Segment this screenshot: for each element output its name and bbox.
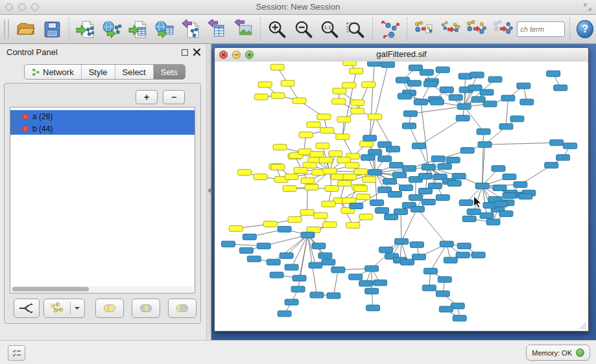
graph-node[interactable] <box>307 122 320 128</box>
search-input[interactable] <box>517 21 565 37</box>
graph-node[interactable] <box>283 186 296 192</box>
graph-node[interactable] <box>503 193 516 199</box>
graph-node[interactable] <box>354 186 368 192</box>
graph-node[interactable] <box>395 238 409 244</box>
graph-node[interactable] <box>365 266 379 271</box>
graph-node[interactable] <box>520 99 534 105</box>
graph-node[interactable] <box>254 174 267 180</box>
close-panel-icon[interactable] <box>193 48 201 56</box>
panel-splitter[interactable] <box>206 44 211 340</box>
graph-node[interactable] <box>368 170 382 176</box>
set-row-a[interactable]: a (26) <box>10 110 195 122</box>
graph-node[interactable] <box>323 168 337 174</box>
graph-node[interactable] <box>337 117 351 122</box>
graph-node[interactable] <box>423 81 437 87</box>
graph-node[interactable] <box>460 148 474 154</box>
graph-node[interactable] <box>323 222 337 227</box>
graph-node[interactable] <box>462 216 476 222</box>
graph-node[interactable] <box>354 169 368 175</box>
graph-edge[interactable] <box>506 98 508 127</box>
graph-node[interactable] <box>270 272 283 278</box>
graph-edge[interactable] <box>485 142 557 144</box>
graph-node[interactable] <box>309 262 322 268</box>
graph-node[interactable] <box>374 280 387 286</box>
graph-node[interactable] <box>327 293 340 299</box>
graph-node[interactable] <box>499 124 513 130</box>
first-neighbors-button[interactable] <box>463 16 489 42</box>
graph-node[interactable] <box>359 280 373 286</box>
graph-node[interactable] <box>564 143 577 149</box>
graph-node[interactable] <box>320 128 334 133</box>
graph-node[interactable] <box>316 143 329 149</box>
graph-node[interactable] <box>243 234 256 240</box>
graph-node[interactable] <box>449 95 462 100</box>
graph-node[interactable] <box>378 156 392 162</box>
graph-node[interactable] <box>439 306 453 312</box>
graph-node[interactable] <box>453 315 466 321</box>
graph-edge[interactable] <box>370 63 374 139</box>
graph-edge[interactable] <box>292 235 308 267</box>
graph-node[interactable] <box>254 94 268 100</box>
split-set-button[interactable] <box>14 299 40 318</box>
graph-node[interactable] <box>412 254 425 260</box>
graph-node[interactable] <box>514 182 527 188</box>
graph-node[interactable] <box>278 311 291 317</box>
graph-node[interactable] <box>519 194 532 199</box>
network-graph[interactable] <box>215 62 588 330</box>
graph-node[interactable] <box>412 143 425 149</box>
graph-node[interactable] <box>494 201 508 207</box>
graph-node[interactable] <box>456 115 470 121</box>
hide-unselected-button[interactable] <box>490 16 516 42</box>
tab-network[interactable]: Network <box>25 65 82 79</box>
graph-node[interactable] <box>319 157 333 163</box>
graph-node[interactable] <box>318 253 332 258</box>
graph-node[interactable] <box>422 285 436 291</box>
graph-node[interactable] <box>403 111 417 117</box>
graph-node[interactable] <box>402 123 416 129</box>
graph-node[interactable] <box>440 87 453 93</box>
graph-node[interactable] <box>322 201 335 207</box>
graph-node[interactable] <box>456 252 470 258</box>
graph-node[interactable] <box>402 166 416 172</box>
graph-node[interactable] <box>263 221 277 227</box>
graph-node[interactable] <box>381 62 395 67</box>
graph-node[interactable] <box>410 242 423 247</box>
graph-node[interactable] <box>467 209 481 214</box>
float-panel-icon[interactable] <box>182 49 188 56</box>
graph-edge[interactable] <box>418 209 447 244</box>
graph-node[interactable] <box>483 101 497 107</box>
graph-node[interactable] <box>360 141 374 147</box>
task-history-button[interactable] <box>8 345 25 361</box>
graph-node[interactable] <box>363 177 376 183</box>
graph-edge[interactable] <box>370 65 388 139</box>
graph-node[interactable] <box>554 85 567 91</box>
graph-node[interactable] <box>370 199 384 205</box>
tab-select[interactable]: Select <box>115 65 154 79</box>
graph-node[interactable] <box>310 292 324 298</box>
graph-node[interactable] <box>292 275 306 281</box>
graph-node[interactable] <box>475 183 489 189</box>
network-canvas[interactable] <box>215 62 588 330</box>
graph-edge[interactable] <box>419 118 463 146</box>
graph-node[interactable] <box>317 114 331 120</box>
graph-node[interactable] <box>436 67 449 73</box>
graph-node[interactable] <box>440 241 453 247</box>
graph-node[interactable] <box>471 252 485 258</box>
help-button[interactable]: ? <box>577 20 593 38</box>
graph-node[interactable] <box>258 82 272 87</box>
graph-node[interactable] <box>312 243 326 249</box>
graph-node[interactable] <box>357 194 370 200</box>
graph-node[interactable] <box>423 268 437 274</box>
zoom-selected-button[interactable] <box>343 16 369 42</box>
graph-node[interactable] <box>336 134 350 140</box>
clone-network-button[interactable] <box>437 16 463 42</box>
expand-triangle-icon[interactable] <box>14 126 18 131</box>
graph-node[interactable] <box>237 170 251 176</box>
graph-node[interactable] <box>325 186 339 192</box>
graph-node[interactable] <box>343 174 357 180</box>
graph-edge[interactable] <box>401 212 401 242</box>
graph-node[interactable] <box>459 199 473 205</box>
graph-node[interactable] <box>399 185 413 191</box>
graph-node[interactable] <box>457 104 471 109</box>
graph-node[interactable] <box>393 172 407 178</box>
